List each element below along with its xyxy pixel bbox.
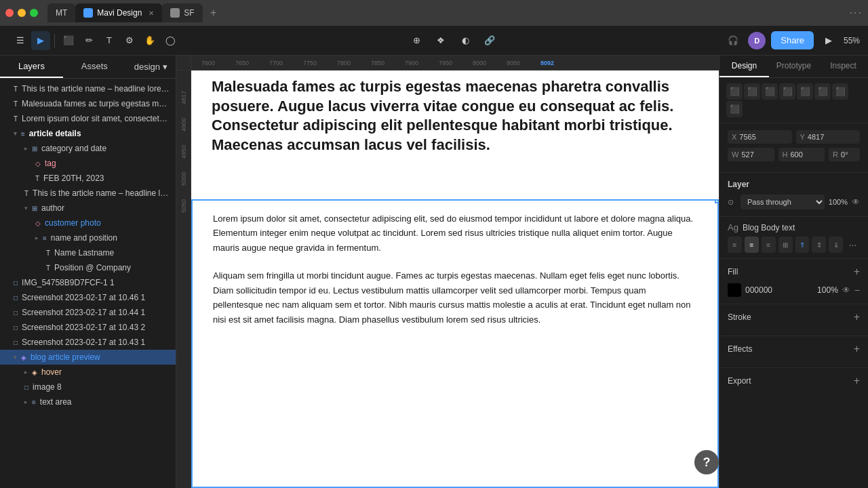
search-tool-button[interactable]: ◯ [161, 31, 180, 50]
blog-body-text-label: Blog Body text [743, 223, 795, 232]
align-justify-text-button[interactable]: ⊞ [778, 237, 793, 253]
layer-item[interactable]: ▸ ≡ name and position [0, 230, 176, 245]
fullscreen-traffic-light[interactable] [30, 9, 38, 17]
assets-icon[interactable]: ❖ [431, 31, 450, 50]
selected-text-frame[interactable]: Lorem ipsum dolor sit amet, consectetur … [191, 199, 719, 488]
distribute-h-button[interactable]: ⬛ [832, 83, 848, 100]
hand-tool-button[interactable]: ✋ [140, 31, 159, 50]
align-right-button[interactable]: ⬛ [762, 83, 778, 100]
w-field[interactable]: W 527 [728, 148, 774, 161]
visibility-toggle[interactable]: 👁 [852, 197, 860, 207]
blend-mode-select[interactable]: Pass through Normal Multiply [741, 195, 825, 209]
new-tab-button[interactable]: + [205, 5, 222, 21]
link-icon[interactable]: 🔗 [480, 31, 499, 50]
close-traffic-light[interactable] [5, 9, 14, 17]
layer-label: hover [41, 367, 62, 377]
layers-tab[interactable]: Layers [0, 56, 63, 78]
fill-remove-button[interactable]: − [854, 285, 860, 296]
fill-opacity-value[interactable]: 100% [817, 285, 838, 295]
design-tab[interactable]: Design [719, 56, 769, 77]
zoom-level[interactable]: 55% [844, 36, 860, 45]
frame-tool-button[interactable]: ⬛ [59, 31, 78, 50]
layer-item[interactable]: ▸ ≡ text area [0, 394, 176, 409]
align-center-text-button[interactable]: ≡ [745, 237, 759, 253]
help-button[interactable]: ? [694, 450, 719, 474]
text-layer-icon: T [14, 115, 18, 123]
effects-add-button[interactable]: + [854, 343, 860, 355]
pen-tool-button[interactable]: ✏ [79, 31, 98, 50]
text-tool-button[interactable]: T [100, 31, 119, 50]
design-dropdown[interactable]: design ▾ [126, 56, 176, 78]
window-menu-icon[interactable]: ··· [850, 7, 863, 19]
layer-item[interactable]: T This is the article name – headline lo… [0, 186, 176, 201]
layer-item[interactable]: T Position @ Company [0, 260, 176, 275]
layer-item[interactable]: ◇ customer photo [0, 216, 176, 230]
opacity-value[interactable]: 100% [829, 198, 848, 206]
text-top-button[interactable]: ⇑ [795, 237, 810, 253]
grid-layer-icon: ⊞ [32, 145, 37, 152]
layer-item-article-details[interactable]: ▾ ≡ article details [0, 126, 176, 141]
fill-add-button[interactable]: + [854, 266, 860, 278]
inspect-tab[interactable]: Inspect [818, 56, 868, 77]
align-top-button[interactable]: ⬛ [779, 83, 795, 100]
stroke-add-button[interactable]: + [854, 311, 860, 323]
grid-tool-button[interactable]: ☰ [11, 31, 30, 50]
blend-mode-icon: ⊙ [728, 198, 734, 207]
fill-hex-value[interactable]: 000000 [745, 285, 813, 295]
headphones-icon[interactable]: 🎧 [724, 31, 743, 50]
layer-item[interactable]: □ Screenshot 2023-02-17 at 10.43 1 [0, 335, 176, 350]
tab-mt[interactable]: MT [47, 3, 75, 22]
layer-item[interactable]: □ Screenshot 2023-02-17 at 10.44 1 [0, 305, 176, 320]
canvas-content[interactable]: Malesuada fames ac turpis egestas maecen… [191, 70, 719, 488]
tab-mavi-design[interactable]: Mavi Design ✕ [75, 3, 162, 22]
layer-item[interactable]: T Malesuada fames ac turpis egestas maec… [0, 96, 176, 111]
layer-item[interactable]: T This is the article name – headline lo… [0, 81, 176, 96]
align-center-h-button[interactable]: ⬛ [744, 83, 760, 100]
align-right-text-button[interactable]: ≡ [762, 237, 776, 253]
layer-item[interactable]: □ Screenshot 2023-02-17 at 10.43 2 [0, 320, 176, 335]
image-layer-icon: □ [14, 309, 18, 317]
y-field[interactable]: Y 4817 [796, 130, 861, 144]
align-center-v-button[interactable]: ⬛ [797, 83, 813, 100]
align-left-button[interactable]: ⬛ [726, 83, 743, 100]
layer-item[interactable]: ▸ ◈ hover [0, 365, 176, 380]
x-field[interactable]: X 7565 [728, 130, 792, 144]
layer-item-author[interactable]: ▾ ⊞ author [0, 201, 176, 216]
minimize-traffic-light[interactable] [18, 9, 26, 17]
component-icon[interactable]: ⊕ [407, 31, 426, 50]
contrast-icon[interactable]: ◐ [456, 31, 475, 50]
distribute-v-button[interactable]: ⬛ [726, 101, 743, 117]
r-field[interactable]: R 0° [829, 148, 860, 161]
layer-item[interactable]: T Name Lastname [0, 245, 176, 260]
assets-tab[interactable]: Assets [63, 56, 126, 78]
layer-item[interactable]: ▸ ⊞ category and date [0, 141, 176, 156]
text-middle-button[interactable]: ⇕ [812, 237, 826, 253]
prototype-tab[interactable]: Prototype [769, 56, 818, 77]
align-left-text-button[interactable]: ≡ [728, 237, 742, 253]
layer-item[interactable]: ◇ tag [0, 156, 176, 171]
xy-row: X 7565 Y 4817 [728, 130, 860, 144]
tab-mavi-close[interactable]: ✕ [149, 9, 154, 17]
tab-sf[interactable]: SF [162, 3, 202, 22]
user-avatar[interactable]: D [748, 32, 766, 49]
layer-item[interactable]: T Lorem ipsum dolor sit amet, consectetu… [0, 111, 176, 126]
layers-panel-content: T This is the article name – headline lo… [0, 79, 176, 488]
move-tool-button[interactable]: ▶ [31, 31, 50, 50]
fill-visibility-icon[interactable]: 👁 [842, 285, 850, 295]
layer-item[interactable]: □ image 8 [0, 380, 176, 394]
layer-item[interactable]: T FEB 20TH, 2023 [0, 171, 176, 186]
ruler-num: 7750 [293, 60, 327, 66]
align-bottom-button[interactable]: ⬛ [814, 83, 831, 100]
h-field[interactable]: H 600 [778, 148, 825, 161]
text-bottom-button[interactable]: ⇓ [829, 237, 843, 253]
more-text-options-button[interactable]: ··· [846, 237, 860, 253]
layer-item-blog-article-preview[interactable]: ▾ ◈ blog article preview [0, 350, 176, 365]
layer-item[interactable]: □ IMG_54758B9D7FCF-1 1 [0, 275, 176, 290]
export-add-button[interactable]: + [854, 375, 860, 387]
resize-handle-top-right[interactable] [715, 199, 719, 203]
component-tool-button[interactable]: ⚙ [120, 31, 139, 50]
layer-item[interactable]: □ Screenshot 2023-02-17 at 10.46 1 [0, 290, 176, 305]
fill-color-swatch[interactable] [728, 283, 741, 297]
play-button[interactable]: ▶ [819, 31, 838, 50]
share-button[interactable]: Share [771, 31, 814, 49]
